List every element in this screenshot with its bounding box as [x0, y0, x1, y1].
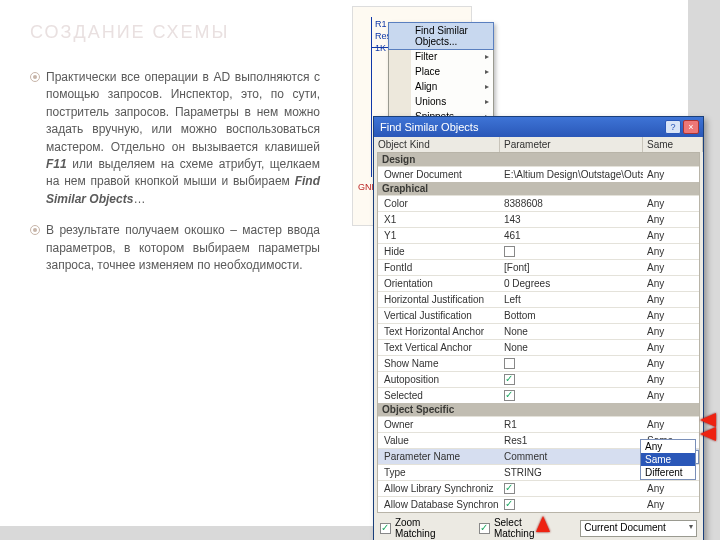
- section-header: Object Specific: [378, 403, 699, 416]
- para1e: …: [133, 192, 145, 206]
- bullet-icon: [30, 72, 40, 82]
- scope-combo[interactable]: Current Document: [580, 520, 697, 537]
- table-row[interactable]: OwnerR1Any: [378, 416, 699, 432]
- section-header: Design: [378, 153, 699, 166]
- table-row[interactable]: Text Vertical AnchorNoneAny: [378, 339, 699, 355]
- table-row[interactable]: Vertical JustificationBottomAny: [378, 307, 699, 323]
- bullet-icon: [30, 225, 40, 235]
- checkbox-icon[interactable]: [504, 483, 515, 494]
- match-dropdown[interactable]: Any Same Different: [640, 439, 696, 480]
- close-button[interactable]: ×: [683, 120, 699, 134]
- table-row[interactable]: SelectedAny: [378, 387, 699, 403]
- checkbox-icon[interactable]: [504, 358, 515, 369]
- arrow-icon: [700, 413, 716, 427]
- table-row[interactable]: HideAny: [378, 243, 699, 259]
- dropdown-any[interactable]: Any: [641, 440, 695, 453]
- ctx-item[interactable]: Unions▸: [389, 94, 493, 109]
- ctx-item[interactable]: Align▸: [389, 79, 493, 94]
- table-row[interactable]: Orientation0 DegreesAny: [378, 275, 699, 291]
- section-header: Graphical: [378, 182, 699, 195]
- titlebar[interactable]: Find Similar Objects ? ×: [374, 117, 703, 137]
- table-row[interactable]: Color8388608Any: [378, 195, 699, 211]
- ctx-item[interactable]: Find Similar Objects...: [388, 22, 494, 50]
- arrow-icon: [700, 427, 716, 441]
- col-param: Parameter: [500, 137, 643, 152]
- col-match: Same: [643, 137, 703, 152]
- checkbox-icon[interactable]: [504, 374, 515, 385]
- dialog-title: Find Similar Objects: [378, 121, 663, 133]
- table-row[interactable]: Text Horizontal AnchorNoneAny: [378, 323, 699, 339]
- dropdown-same[interactable]: Same: [641, 453, 695, 466]
- table-row[interactable]: FontId[Font]Any: [378, 259, 699, 275]
- scope-value: Current Document: [584, 522, 666, 533]
- select-label: Select Matching: [494, 517, 564, 539]
- zoom-checkbox[interactable]: [380, 523, 391, 534]
- ctx-item[interactable]: Place▸: [389, 64, 493, 79]
- table-row[interactable]: AutopositionAny: [378, 371, 699, 387]
- para1c: или выделяем на схеме атрибут, щелкаем н…: [46, 157, 320, 188]
- comp-r1: R1: [375, 19, 387, 29]
- table-row[interactable]: Show NameAny: [378, 355, 699, 371]
- table-row[interactable]: Y1461Any: [378, 227, 699, 243]
- body-text: Практически все операции в AD выполняютс…: [30, 69, 320, 274]
- select-checkbox[interactable]: [479, 523, 490, 534]
- checkbox-icon[interactable]: [504, 390, 515, 401]
- para1a: Практически все операции в AD выполняютс…: [46, 70, 320, 154]
- para2: В результате получаем окошко – мастер вв…: [46, 223, 320, 272]
- zoom-label: Zoom Matching: [395, 517, 463, 539]
- checkbox-icon[interactable]: [504, 246, 515, 257]
- grid-header: Object Kind Parameter Same: [374, 137, 703, 152]
- table-row[interactable]: Allow Database SynchronAny: [378, 496, 699, 512]
- table-row[interactable]: Owner DocumentE:\Altium Design\Outstage\…: [378, 166, 699, 182]
- col-kind: Object Kind: [374, 137, 500, 152]
- help-button[interactable]: ?: [665, 120, 681, 134]
- table-row[interactable]: X1143Any: [378, 211, 699, 227]
- find-similar-dialog: Find Similar Objects ? × Object Kind Par…: [373, 116, 704, 540]
- table-row[interactable]: Horizontal JustificationLeftAny: [378, 291, 699, 307]
- comp-val: 1K: [375, 43, 386, 53]
- ctx-item[interactable]: Filter▸: [389, 49, 493, 64]
- checkbox-icon[interactable]: [504, 499, 515, 510]
- table-row[interactable]: Allow Library SynchronizAny: [378, 480, 699, 496]
- arrow-icon: [536, 516, 550, 532]
- key-f11: F11: [46, 157, 67, 171]
- dropdown-different[interactable]: Different: [641, 466, 695, 479]
